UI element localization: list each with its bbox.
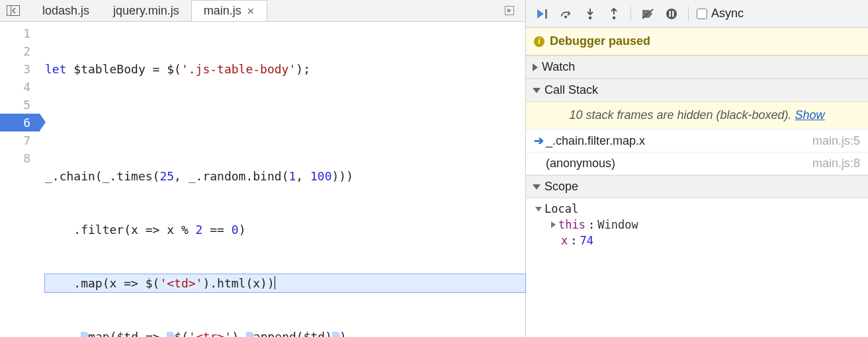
chevron-down-icon [535, 207, 542, 211]
code-text: ) [339, 330, 347, 337]
code-text: ))) [332, 169, 354, 183]
svg-rect-1 [7, 6, 11, 16]
step-over-button[interactable] [555, 3, 578, 24]
svg-rect-3 [545, 9, 547, 19]
code-text: ); [296, 62, 310, 76]
code-text: , [296, 169, 310, 183]
code-text: _.chain(_.times( [45, 169, 159, 183]
number-literal: 25 [159, 169, 174, 183]
keyword: let [45, 62, 67, 76]
chevron-down-icon [533, 88, 541, 93]
svg-point-7 [666, 9, 677, 19]
line-number[interactable]: 2 [0, 42, 40, 60]
svg-point-4 [564, 15, 567, 18]
hidden-frames-text: 10 stack frames are hidden (black-boxed)… [569, 108, 795, 122]
frame-location: main.js:8 [812, 157, 860, 170]
code-body[interactable]: let $tableBody = $('.js-table-body'); _.… [40, 22, 525, 337]
pause-exceptions-button[interactable] [660, 3, 683, 24]
string-literal: '.js-table-body' [181, 62, 296, 76]
panel-title: Call Stack [544, 83, 598, 97]
toolbar-separator [630, 7, 631, 21]
tab-lodash[interactable]: lodash.js [30, 0, 101, 21]
tab-bar: lodash.js jquery.min.js main.js ✕ [0, 0, 525, 22]
code-text: append($td) [253, 330, 332, 337]
scope-var-name: x [561, 234, 568, 247]
number-literal: 0 [232, 223, 239, 237]
string-literal: '<td>' [159, 276, 202, 290]
code-text: . [45, 330, 81, 337]
show-hidden-frames-link[interactable]: Show [795, 108, 825, 122]
hidden-frames-notice: 10 stack frames are hidden (black-boxed)… [526, 102, 868, 130]
string-literal: '<tr>' [189, 330, 232, 337]
line-number[interactable]: 4 [0, 78, 40, 96]
scope-variable-row[interactable]: this: Window [533, 217, 861, 233]
debug-panel: Async i Debugger paused Watch Call Stack… [526, 0, 868, 337]
show-drawer-button[interactable] [499, 0, 520, 21]
number-literal: 1 [288, 169, 296, 183]
scope-local-label: Local [544, 202, 578, 215]
paused-text: Debugger paused [550, 34, 650, 48]
debug-toolbar: Async [526, 0, 868, 28]
line-number[interactable]: 8 [0, 149, 40, 167]
code-text: .filter(x => x % [45, 223, 196, 237]
breakpoint-line-number[interactable]: 6 [0, 114, 40, 131]
caret [275, 276, 275, 289]
number-literal: 2 [196, 223, 203, 237]
call-stack-frame[interactable]: (anonymous) main.js:8 [526, 153, 868, 175]
info-icon: i [534, 36, 544, 47]
number-literal: 100 [310, 169, 332, 183]
frame-name: (anonymous) [546, 157, 812, 170]
code-text: .map(x => $( [45, 276, 159, 290]
tab-jquery[interactable]: jquery.min.js [101, 0, 191, 21]
tab-label: lodash.js [42, 4, 89, 18]
async-checkbox-input[interactable] [697, 9, 707, 19]
frame-name: _.chain.filter.map.x [546, 134, 812, 148]
line-number[interactable]: 5 [0, 96, 40, 114]
current-frame-arrow-icon: ➔ [534, 133, 546, 148]
svg-rect-9 [672, 11, 673, 17]
line-number[interactable]: 3 [0, 60, 40, 78]
scope-var-value: 74 [580, 234, 593, 247]
step-out-button[interactable] [603, 3, 625, 24]
async-label: Async [711, 7, 744, 20]
frame-location: main.js:5 [812, 134, 860, 148]
code-text: map($td => [88, 330, 167, 337]
deactivate-breakpoints-button[interactable] [636, 3, 659, 24]
scope-local-row[interactable]: Local [533, 201, 861, 217]
resume-button[interactable] [531, 3, 554, 24]
line-number[interactable]: 1 [0, 24, 40, 42]
scope-panel-header[interactable]: Scope [526, 175, 868, 198]
svg-point-5 [589, 16, 592, 19]
svg-rect-8 [670, 11, 671, 17]
tab-main[interactable]: main.js ✕ [191, 0, 267, 21]
paused-banner: i Debugger paused [526, 28, 868, 56]
scope-variable-row[interactable]: x: 74 [533, 233, 861, 248]
close-icon[interactable]: ✕ [247, 6, 255, 17]
panel-title: Watch [542, 60, 575, 74]
source-editor-panel: lodash.js jquery.min.js main.js ✕ 1 2 3 … [0, 0, 526, 337]
code-text: ). [232, 330, 246, 337]
tab-label: main.js [204, 4, 241, 18]
code-editor[interactable]: 1 2 3 4 5 6 7 8 let $tableBody = $('.js-… [0, 22, 525, 337]
line-gutter: 1 2 3 4 5 6 7 8 [0, 22, 40, 337]
svg-point-6 [613, 16, 616, 19]
callstack-panel-header[interactable]: Call Stack [526, 79, 868, 102]
chevron-down-icon [533, 184, 541, 190]
code-text: , _.random.bind( [174, 169, 288, 183]
tab-label: jquery.min.js [113, 4, 179, 18]
code-text: ).html(x)) [202, 276, 274, 290]
watch-panel-header[interactable]: Watch [526, 56, 868, 79]
execution-line: .map(x => $('<td>').html(x)) [45, 274, 525, 292]
code-text: == [202, 223, 231, 237]
navigator-toggle-button[interactable] [3, 0, 24, 21]
async-checkbox[interactable]: Async [697, 7, 744, 20]
scope-var-value: Window [597, 218, 638, 231]
line-number[interactable]: 7 [0, 131, 40, 149]
scope-body: Local this: Window x: 74 [526, 198, 868, 255]
toolbar-separator [688, 7, 689, 21]
scope-var-name: this [558, 218, 586, 231]
panel-title: Scope [544, 180, 578, 194]
chevron-right-icon [533, 63, 538, 71]
call-stack-frame[interactable]: ➔ _.chain.filter.map.x main.js:5 [526, 130, 868, 153]
step-into-button[interactable] [579, 3, 601, 24]
